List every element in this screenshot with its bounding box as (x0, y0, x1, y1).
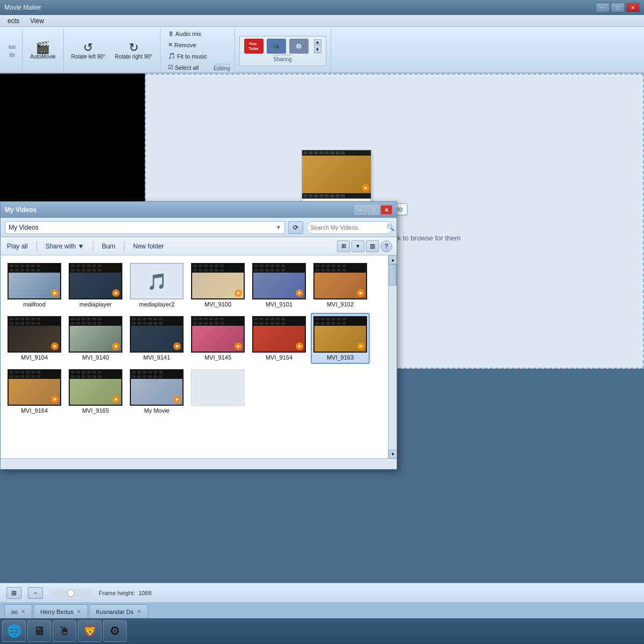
file-item-mediaplayer[interactable]: ▶mediaplayer (66, 260, 125, 311)
sharing-scroll-up[interactable]: ▲ (314, 39, 321, 46)
share-with-button[interactable]: Share with ▼ (43, 241, 86, 251)
filmstrip-hole (20, 269, 24, 272)
play-overlay-icon[interactable]: ▶ (235, 342, 242, 350)
youtube-share-button[interactable]: YouTube (244, 39, 264, 54)
browser-close-button[interactable]: ✕ (380, 205, 392, 215)
select-all-button[interactable]: ☑ Select all (165, 62, 210, 72)
tab-tab1[interactable]: oo✕ (4, 604, 32, 618)
play-overlay-icon[interactable]: ▶ (173, 396, 181, 403)
file-item-mvi9165[interactable]: ▶MVI_9165 (66, 366, 125, 417)
file-item-mallfood[interactable]: ▶mallfood (5, 260, 64, 311)
rotate-left-icon: ↺ (83, 42, 93, 54)
file-item-mvi9100[interactable]: ▶MVI_9100 (188, 260, 247, 311)
zoom-thumb[interactable] (67, 589, 75, 597)
burn-button[interactable]: Burn (100, 241, 118, 251)
automovie-button[interactable]: 🎬 AutoMovie (27, 40, 58, 62)
frame-height-icon[interactable]: ⊞ (6, 587, 21, 599)
tab-tab2[interactable]: Herry Bertus✕ (33, 604, 88, 618)
editing-label: Editing (214, 64, 230, 72)
dvd-share-button[interactable]: 💿 (289, 39, 309, 54)
play-overlay-icon[interactable]: ▶ (51, 289, 58, 297)
menu-item-view[interactable]: View (25, 16, 49, 26)
file-item-mvi9154[interactable]: ▶MVI_9154 (250, 313, 309, 364)
filmstrip-hole (153, 318, 157, 320)
file-item-mvi9164[interactable]: ▶MVI_9164 (5, 366, 64, 417)
browser-maximize-button[interactable]: □ (368, 205, 379, 215)
browser-toolbar: Play all Share with ▼ Burn New folder ⊞ … (1, 237, 397, 255)
zoom-slider[interactable] (49, 589, 92, 597)
filmstrip-hole (36, 322, 40, 325)
file-item-mvi9145[interactable]: ▶MVI_9145 (188, 313, 247, 364)
address-bar[interactable]: My Videos ▼ (5, 221, 285, 234)
play-overlay-icon[interactable]: ▶ (112, 342, 120, 350)
view-btn-dropdown[interactable]: ▾ (352, 240, 364, 252)
filmstrip-hole (276, 269, 280, 272)
control-panel-taskbar-btn[interactable]: 🖱 (53, 620, 76, 642)
play-overlay-icon[interactable]: ▶ (51, 396, 58, 403)
file-item-mvi9141[interactable]: ▶MVI_9141 (127, 313, 186, 364)
filmstrip-hole (215, 265, 218, 267)
play-overlay-icon[interactable]: ▶ (357, 289, 364, 297)
monitor-taskbar-btn[interactable]: 🖥 (27, 620, 51, 642)
file-item-mvi9104[interactable]: ▶MVI_9104 (5, 313, 64, 364)
play-overlay-icon[interactable]: ▶ (112, 396, 120, 403)
minimize-button[interactable]: ─ (596, 3, 610, 12)
play-overlay-icon[interactable]: ▶ (112, 289, 120, 297)
file-item-blank[interactable] (188, 366, 247, 417)
browser-taskbar-btn[interactable]: 🌐 (2, 620, 26, 642)
scroll-down-arrow[interactable]: ▼ (389, 450, 397, 458)
vertical-scrollbar[interactable]: ▲ ▼ (388, 255, 397, 458)
remove-button[interactable]: ✕ Remove (165, 40, 210, 50)
play-overlay-icon[interactable]: ▶ (173, 342, 181, 350)
file-item-mvi9102[interactable]: ▶MVI_9102 (311, 260, 370, 311)
search-icon[interactable]: 🔍 (386, 224, 394, 231)
play-overlay-icon[interactable]: ▶ (296, 342, 303, 350)
view-btn-1[interactable]: ⊞ (337, 240, 350, 252)
maximize-button[interactable]: □ (611, 3, 625, 12)
rotate-left-button[interactable]: ↺ Rotate left 90° (68, 40, 108, 62)
tab-close-icon[interactable]: ✕ (21, 609, 25, 614)
file-item-mvi9163[interactable]: ▶MVI_9163 (311, 313, 370, 364)
scroll-thumb[interactable] (389, 264, 397, 286)
play-overlay-icon[interactable]: ▶ (296, 289, 303, 297)
settings-taskbar-btn[interactable]: ⚙ (103, 620, 127, 642)
play-all-button[interactable]: Play all (5, 241, 30, 251)
play-overlay-icon[interactable]: ▶ (51, 342, 58, 350)
file-item-mvi9140[interactable]: ▶MVI_9140 (66, 313, 125, 364)
filmstrip-hole (92, 371, 96, 374)
filmstrip-hole (265, 322, 269, 325)
tab-tab3[interactable]: Kusnandar Ds✕ (89, 604, 148, 618)
nav-refresh-button[interactable]: ⟳ (288, 221, 303, 234)
audio-mix-button[interactable]: 🎚 Audio mix (165, 29, 210, 39)
menu-item-projects[interactable]: ects (2, 16, 25, 26)
close-button[interactable]: ✕ (626, 3, 640, 12)
tv-share-button[interactable]: 📺 (267, 39, 286, 54)
new-folder-button[interactable]: New folder (131, 241, 166, 251)
fit-to-music-button[interactable]: 🎵 Fit to music (165, 51, 210, 61)
file-item-mvi9101[interactable]: ▶MVI_9101 (250, 260, 309, 311)
search-input[interactable] (310, 224, 384, 231)
file-item-mediaplayer2[interactable]: 🎵mediaplayer2 (127, 260, 186, 311)
play-overlay-icon[interactable]: ▶ (357, 342, 364, 350)
sharing-scroll-down[interactable]: ▼ (314, 47, 321, 53)
filmstrip-hole (159, 318, 163, 320)
filmstrip-hole (204, 322, 208, 325)
address-dropdown-arrow[interactable]: ▼ (276, 224, 281, 230)
frame-height-zoom-out[interactable]: − (28, 587, 43, 599)
clip-play-icon[interactable]: ▶ (362, 184, 369, 192)
filmstrip-hole (98, 322, 101, 325)
file-item-mymovie[interactable]: ▶My Movie (127, 366, 186, 417)
explorer-taskbar-btn[interactable]: 🦁 (78, 620, 101, 642)
browser-minimize-button[interactable]: ─ (355, 205, 367, 215)
tab-close-icon[interactable]: ✕ (77, 609, 81, 614)
filmstrip-hole (82, 269, 85, 272)
help-button[interactable]: ? (380, 240, 392, 252)
scroll-up-arrow[interactable]: ▲ (389, 255, 397, 264)
tab-close-icon[interactable]: ✕ (137, 609, 141, 614)
play-overlay-icon[interactable]: ▶ (235, 289, 242, 297)
details-pane-button[interactable]: ▥ (366, 240, 379, 252)
filmstrip-hole (337, 265, 341, 267)
filmstrip-hole (260, 322, 264, 325)
file-name: mediaplayer (79, 301, 112, 308)
rotate-right-button[interactable]: ↻ Rotate right 90° (112, 40, 156, 62)
